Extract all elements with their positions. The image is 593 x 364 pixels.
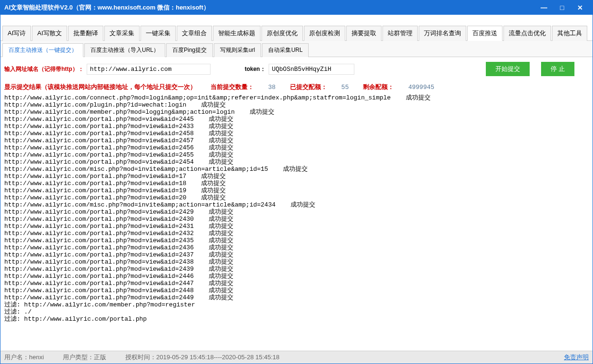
log-line: 过滤: ./ (4, 308, 589, 315)
log-line: http://www.ailyric.com/portal.php?mod=vi… (4, 230, 589, 237)
window-title: AI文章智能处理软件V2.0（官网：www.henxisoft.com 微信：h… (4, 3, 534, 12)
main-tab-10[interactable]: 站群管理 (382, 26, 418, 41)
disclaimer-link[interactable]: 免责声明 (564, 353, 589, 362)
main-tab-bar: AI写诗AI写散文批量翻译文章采集一键采集文章组合智能生成标题原创度优化原创度检… (0, 25, 593, 41)
log-line: http://www.ailyric.com/portal.php?mod=vi… (4, 137, 589, 144)
main-tab-5[interactable]: 文章组合 (177, 26, 212, 41)
window-titlebar: AI文章智能处理软件V2.0（官网：www.henxisoft.com 微信：h… (0, 0, 593, 15)
current-count-label: 当前提交数量： (211, 83, 254, 91)
main-tab-13[interactable]: 流量点击优化 (503, 26, 551, 41)
log-line: http://www.ailyric.com/portal.php?mod=vi… (4, 287, 589, 294)
close-icon[interactable]: ✕ (572, 2, 589, 13)
log-line: http://www.ailyric.com/portal.php?mod=vi… (4, 187, 589, 194)
log-line: http://www.ailyric.com/portal.php?mod=vi… (4, 237, 589, 244)
maximize-icon[interactable]: □ (553, 2, 571, 13)
main-tab-3[interactable]: 文章采集 (104, 26, 140, 41)
main-tab-6[interactable]: 智能生成标题 (213, 26, 261, 41)
main-tab-7[interactable]: 原创度优化 (261, 26, 303, 41)
status-bar: 用户名：henxi 用户类型：正版 授权时间：2019-05-29 15:45:… (0, 351, 593, 364)
submitted-quota-label: 已提交配额： (290, 83, 327, 91)
remain-quota-label: 剩余配额： (363, 83, 394, 91)
status-user-type: 用户类型：正版 (63, 353, 106, 362)
main-tab-8[interactable]: 原创度检测 (304, 26, 345, 41)
main-tab-9[interactable]: 摘要提取 (346, 26, 382, 41)
log-line: http://www.ailyric.com/portal.php?mod=vi… (4, 194, 589, 201)
log-line: http://www.ailyric.com/portal.php?mod=vi… (4, 266, 589, 273)
sub-tab-2[interactable]: 百度Ping提交 (166, 43, 213, 57)
log-line: http://www.ailyric.com/portal.php?mod=vi… (4, 144, 589, 151)
log-line: http://www.ailyric.com/portal.php?mod=vi… (4, 123, 589, 130)
start-submit-button[interactable]: 开始提交 (486, 62, 530, 76)
log-line: http://www.ailyric.com/portal.php?mod=vi… (4, 151, 589, 158)
status-auth-time: 授权时间：2019-05-29 15:45:18----2020-05-28 1… (125, 353, 280, 362)
sub-tab-0[interactable]: 百度主动推送（一键提交） (2, 43, 83, 57)
status-user: 用户名：henxi (4, 353, 44, 362)
remain-quota-value: 4999945 (408, 84, 434, 91)
log-line: http://www.ailyric.com/portal.php?mod=vi… (4, 258, 589, 266)
log-line: http://www.ailyric.com/portal.php?mod=vi… (4, 244, 589, 251)
log-line: http://www.ailyric.com/portal.php?mod=vi… (4, 130, 589, 137)
main-tab-14[interactable]: 其他工具 (552, 26, 587, 41)
log-line: http://www.ailyric.com/misc.php?mod=invi… (4, 201, 589, 208)
submitted-quota-value: 55 (342, 84, 349, 91)
sub-tab-1[interactable]: 百度主动推送（导入URL） (84, 43, 165, 57)
minimize-icon[interactable]: — (535, 2, 553, 13)
log-line: http://www.ailyric.com/portal.php?mod=vi… (4, 273, 589, 280)
log-output[interactable]: http://www.ailyric.com/connect.php?mod=l… (0, 93, 593, 351)
main-tab-11[interactable]: 万词排名查询 (419, 26, 466, 41)
log-line: 过滤: http://www.ailyric.com/portal.php (4, 315, 589, 323)
log-line: http://www.ailyric.com/portal.php?mod=vi… (4, 180, 589, 187)
log-line: 过滤: http://www.ailyric.com/member.php?mo… (4, 301, 589, 308)
log-line: http://www.ailyric.com/portal.php?mod=vi… (4, 216, 589, 223)
log-line: http://www.ailyric.com/portal.php?mod=vi… (4, 116, 589, 123)
result-header: 显示提交结果（该模块推送网站内部链接地址，每个地址只提交一次） 当前提交数量： … (0, 81, 593, 93)
sub-tab-3[interactable]: 写规则采集url (214, 43, 261, 57)
sub-tab-bar: 百度主动推送（一键提交）百度主动推送（导入URL）百度Ping提交写规则采集ur… (0, 41, 593, 57)
log-line: http://www.ailyric.com/portal.php?mod=vi… (4, 158, 589, 166)
log-line: http://www.ailyric.com/connect.php?mod=l… (4, 94, 589, 101)
main-tab-2[interactable]: 批量翻译 (68, 26, 103, 41)
stop-button[interactable]: 停 止 (541, 62, 574, 76)
main-tab-1[interactable]: AI写散文 (32, 26, 67, 41)
log-line: http://www.ailyric.com/plugin.php?id=wec… (4, 101, 589, 108)
result-label: 显示提交结果（该模块推送网站内部链接地址，每个地址只提交一次） (4, 83, 196, 91)
log-line: http://www.ailyric.com/member.php?mod=lo… (4, 108, 589, 116)
spacer (0, 15, 593, 25)
domain-label: 输入网址域名（记得带http）： (4, 65, 84, 73)
token-input[interactable] (269, 64, 354, 75)
input-row: 输入网址域名（记得带http）： token： 开始提交 停 止 (0, 57, 593, 81)
log-line: http://www.ailyric.com/portal.php?mod=vi… (4, 223, 589, 230)
log-line: http://www.ailyric.com/portal.php?mod=vi… (4, 173, 589, 180)
log-line: http://www.ailyric.com/portal.php?mod=vi… (4, 294, 589, 301)
domain-input[interactable] (87, 64, 211, 75)
token-label: token： (245, 65, 266, 73)
current-count-value: 38 (268, 84, 276, 91)
log-line: http://www.ailyric.com/portal.php?mod=vi… (4, 251, 589, 258)
main-tab-0[interactable]: AI写诗 (2, 26, 31, 41)
main-tab-4[interactable]: 一键采集 (141, 26, 176, 41)
sub-tab-4[interactable]: 自动采集URL (262, 43, 309, 57)
log-line: http://www.ailyric.com/portal.php?mod=vi… (4, 280, 589, 287)
log-line: http://www.ailyric.com/misc.php?mod=invi… (4, 166, 589, 173)
log-line: http://www.ailyric.com/portal.php?mod=vi… (4, 208, 589, 216)
main-tab-12[interactable]: 百度推送 (467, 26, 503, 41)
